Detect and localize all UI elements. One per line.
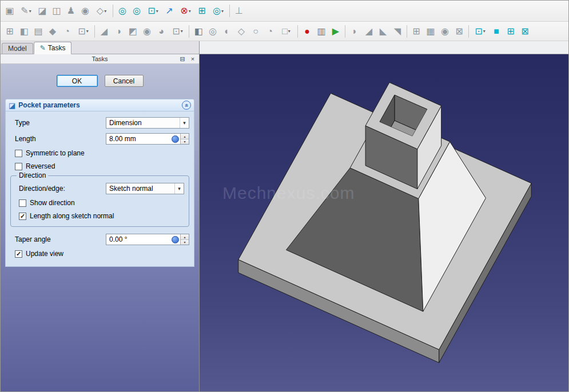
zoom-selection-icon[interactable]: ◎	[130, 3, 144, 18]
type-dropdown[interactable]: Dimension ▾	[106, 117, 189, 129]
additive-pipe-icon[interactable]: ◉	[140, 24, 154, 39]
section-title: Pocket parameters	[18, 101, 179, 109]
zoom-fit-all-icon[interactable]: ◎	[116, 3, 129, 18]
polar-pattern-icon[interactable]: ◉	[438, 24, 452, 39]
edit-sketch-icon[interactable]: ◪	[35, 3, 49, 18]
create-body-icon[interactable]: ▣	[3, 3, 17, 18]
collapse-section-button[interactable]: «	[182, 101, 191, 110]
macro-play-icon[interactable]: ▶	[329, 24, 343, 39]
toolbar-row-1: ▣✎◪◫♟◉◇◎◎⊡↗⊗⊞◎⊥	[1, 1, 568, 22]
subtractive-loft-icon[interactable]: ◇	[234, 24, 248, 39]
checkbox-box[interactable]: ✓	[19, 213, 26, 220]
map-sketch-to-face-icon[interactable]: ◫	[50, 3, 63, 18]
hole-icon[interactable]: ◎	[206, 24, 220, 39]
main-area: Model ✎ Tasks Tasks ⊟ × OK Cancel	[1, 41, 568, 391]
additive-primitive-icon[interactable]: ⊡	[169, 24, 186, 39]
check-geometry-icon[interactable]: ⊞	[3, 24, 17, 39]
zoom-icon[interactable]: ◎	[209, 3, 227, 18]
spin-down-button[interactable]: ▾	[181, 240, 189, 245]
show-direction-checkbox[interactable]: Show direction	[19, 199, 184, 207]
subtractive-primitive-icon[interactable]: □	[277, 24, 295, 39]
tab-tasks[interactable]: ✎ Tasks	[34, 42, 72, 54]
box-zoom-icon[interactable]: ⊞	[195, 3, 209, 18]
checkbox-box[interactable]: ✓	[15, 250, 22, 258]
symmetric-to-plane-checkbox[interactable]: Symmetric to plane	[15, 149, 189, 157]
sync-view-icon[interactable]: ↗	[162, 3, 176, 18]
combo-view-tabbar: Model ✎ Tasks	[1, 41, 199, 54]
toolbar-row-2: ⊞◧▤◆◔⊡◢◑◩◉◕⊡◧◎◐◇○◔□●▥▶◗◢◣◥⊞▦◉⊠⊡■⊞⊠	[1, 22, 568, 41]
3d-viewport[interactable]: Mechnexus.com	[200, 54, 568, 391]
spin-up-button[interactable]: ▴	[181, 234, 189, 240]
datum-primitive-icon[interactable]: ⊡	[74, 24, 92, 39]
mirrored-icon[interactable]: ⊞	[409, 24, 423, 39]
thickness-icon[interactable]: ◥	[391, 24, 404, 39]
toolbar-separator	[296, 25, 300, 38]
part-model[interactable]	[200, 54, 568, 391]
toolbar-separator	[343, 25, 347, 38]
length-along-sketch-normal-checkbox[interactable]: ✓ Length along sketch normal	[19, 212, 184, 220]
direction-edge-dropdown[interactable]: Sketch normal ▾	[106, 183, 184, 194]
chevron-up-icon: «	[184, 103, 190, 107]
multitransform-icon[interactable]: ⊠	[452, 24, 466, 39]
linear-pattern-icon[interactable]: ▦	[424, 24, 437, 39]
toolbar-separator	[93, 25, 97, 38]
clipping-plane-icon[interactable]: ⊗	[177, 3, 194, 18]
macro-record-icon[interactable]: ●	[300, 24, 314, 39]
fillet-icon[interactable]: ◗	[348, 24, 361, 39]
sketch-merge-icon[interactable]: ▤	[31, 24, 45, 39]
document-tab-strip	[200, 41, 568, 54]
draw-style-icon[interactable]: ⊡	[471, 24, 489, 39]
dock-title-text: Tasks	[1, 55, 199, 62]
chevron-down-icon: ▾	[180, 118, 189, 128]
reversed-checkbox[interactable]: Reversed	[15, 162, 189, 170]
chamfer-icon[interactable]: ◢	[362, 24, 376, 39]
combo-view-panel: Model ✎ Tasks Tasks ⊟ × OK Cancel	[1, 41, 200, 391]
macro-dialog-icon[interactable]: ▥	[315, 24, 328, 39]
expression-icon[interactable]	[172, 236, 179, 243]
axonometric-view-icon[interactable]: ⊡	[144, 3, 162, 18]
revolution-icon[interactable]: ◑	[112, 24, 125, 39]
spin-up-button[interactable]: ▴	[181, 134, 189, 139]
dock-close-icon[interactable]: ×	[189, 55, 197, 63]
expression-icon[interactable]	[172, 135, 179, 143]
view-wireframe-icon[interactable]: ⊞	[504, 24, 518, 39]
create-sketch-icon[interactable]: ✎	[17, 3, 35, 18]
groove-icon[interactable]: ◐	[220, 24, 234, 39]
pad-icon[interactable]: ◢	[97, 24, 111, 39]
view-points-icon[interactable]: ⊠	[518, 24, 532, 39]
sketch-validate-icon[interactable]: ◧	[17, 24, 31, 39]
subtractive-pipe-icon[interactable]: ○	[249, 24, 262, 39]
draft-icon[interactable]: ◣	[376, 24, 390, 39]
spin-down-button[interactable]: ▾	[181, 139, 189, 145]
toolbar-separator	[111, 4, 115, 18]
cancel-button[interactable]: Cancel	[105, 75, 144, 87]
pocket-parameters-icon: ◪	[9, 101, 15, 110]
checkbox-box[interactable]	[15, 150, 22, 157]
task-panel: OK Cancel ◪ Pocket parameters « Type	[1, 64, 199, 391]
direction-group: Direction Direction/edge: Sketch normal …	[10, 175, 189, 227]
subtractive-helix-icon[interactable]: ◔	[263, 24, 277, 39]
dock-float-icon[interactable]: ⊟	[178, 55, 186, 63]
taper-angle-label: Taper angle	[10, 235, 51, 243]
sketch-clip-icon[interactable]: ◔	[60, 24, 74, 39]
checkbox-box[interactable]	[15, 163, 22, 170]
view-shaded-icon[interactable]: ■	[490, 24, 503, 39]
clone-icon[interactable]: ◇	[93, 3, 110, 18]
update-view-checkbox[interactable]: ✓ Update view	[15, 250, 189, 258]
create-datum-icon[interactable]: ♟	[64, 3, 78, 18]
dialog-buttons: OK Cancel	[1, 75, 199, 87]
toolbar-separator	[228, 4, 232, 18]
additive-helix-icon[interactable]: ◕	[154, 24, 168, 39]
length-input[interactable]: 8.00 mm ▴ ▾	[106, 133, 189, 145]
tasks-dock-titlebar: Tasks ⊟ ×	[1, 54, 199, 64]
ok-button[interactable]: OK	[57, 75, 98, 87]
pocket-parameters-header[interactable]: ◪ Pocket parameters «	[5, 99, 194, 111]
pocket-icon[interactable]: ◧	[192, 24, 205, 39]
tab-model[interactable]: Model	[2, 43, 33, 54]
shape-binder-icon[interactable]: ◉	[78, 3, 92, 18]
sketch-reorient-icon[interactable]: ◆	[46, 24, 59, 39]
additive-loft-icon[interactable]: ◩	[126, 24, 140, 39]
taper-angle-input[interactable]: 0.00 ° ▴ ▾	[106, 234, 189, 245]
measure-icon[interactable]: ⊥	[232, 3, 246, 18]
checkbox-box[interactable]	[19, 199, 26, 207]
